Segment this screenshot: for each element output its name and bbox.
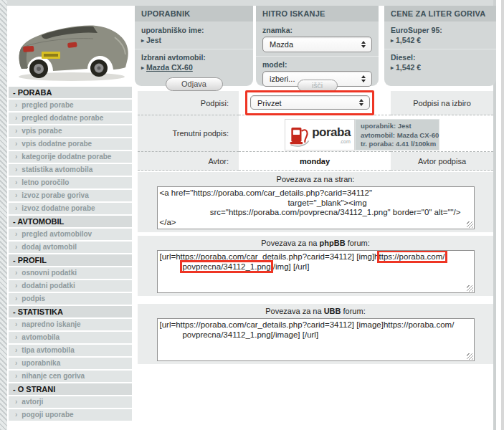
fuel-price-value: ▸1,542 €	[391, 63, 490, 72]
selected-car-link[interactable]: ▸Mazda CX-60	[141, 63, 247, 72]
panel-quick-search-title: HITRO ISKANJE	[256, 6, 379, 22]
top-strip	[7, 0, 496, 6]
chevron-right-icon: ›	[15, 295, 17, 302]
chevron-right-icon: ›	[15, 230, 17, 238]
sidebar-item[interactable]: ›nihanje cen goriva	[9, 371, 132, 382]
username-label: uporabniško ime:	[141, 26, 247, 35]
bullet-icon: ▸	[391, 37, 394, 44]
chevron-right-icon: ›	[15, 269, 17, 277]
chevron-right-icon: ›	[15, 166, 17, 173]
section-heading: Povezava za na UBB forum:	[138, 304, 493, 316]
sidebar-item[interactable]: ›kategorije dodatne porabe	[9, 151, 132, 163]
panel-quick-search: HITRO ISKANJE znamka: Mazda model: izber…	[256, 6, 379, 86]
podpisi-na-izbiro-link[interactable]: Podpisi na izbiro	[391, 91, 493, 115]
chevron-right-icon: ›	[15, 101, 17, 109]
sidebar-item[interactable]: ›statistika avtomobila	[9, 164, 132, 176]
brand-select[interactable]: Mazda	[262, 37, 372, 52]
sidebar-item[interactable]: ›pregled porabe	[9, 100, 132, 111]
sidebar-item[interactable]: ›avtomobila	[9, 332, 132, 343]
chevron-right-icon: ›	[15, 320, 17, 328]
resize-grip-icon[interactable]	[467, 221, 473, 228]
ubb-link-textarea[interactable]: [url=https://poraba.com/car_details.php?…	[157, 318, 475, 361]
chevron-right-icon: ›	[15, 372, 17, 380]
sidebar-item[interactable]: ›vpis dodatne porabe	[9, 138, 132, 150]
heading-text: Povezava za na	[265, 307, 323, 315]
sidebar-item-label: kategorije dodatne porabe	[22, 153, 111, 161]
sidebar-item-label: pogoji uporabe	[22, 411, 73, 419]
code-text: [url=https://poraba.com/car_details.php?…	[160, 252, 379, 261]
heading-text: forum:	[346, 239, 370, 247]
signature-select[interactable]: Privzet	[250, 95, 370, 110]
sidebar-section-header: - STATISTIKA	[9, 306, 132, 317]
site-link-section: Povezava za na stran: <a href="https://p…	[138, 172, 493, 232]
ubb-link-section: Povezava za na UBB forum: [url=https://p…	[138, 304, 493, 364]
left-texture-border	[0, 0, 7, 430]
sidebar-item[interactable]: ›letno poročilo	[9, 177, 132, 188]
resize-grip-icon[interactable]	[467, 353, 473, 360]
author-value: monday	[239, 152, 391, 171]
code-text: </a>	[160, 218, 176, 226]
chevron-right-icon: ›	[15, 178, 17, 186]
resize-grip-icon[interactable]	[467, 285, 473, 292]
sidebar-item[interactable]: ›podpis	[9, 293, 132, 305]
search-submit-button[interactable]: išči	[298, 80, 338, 92]
sidebar-section-header: - O STRANI	[9, 383, 132, 395]
logout-button[interactable]: Odjava	[166, 77, 223, 91]
signature-line: avtomobil: Mazda CX-60	[361, 131, 439, 140]
author-podpisa-link[interactable]: Avtor podpisa	[391, 152, 493, 171]
model-label: model:	[262, 60, 372, 70]
sidebar-item-label: letno poročilo	[22, 178, 69, 186]
sidebar-item[interactable]: ›uporabnika	[9, 358, 132, 369]
sidebar-item[interactable]: ›vpis porabe	[9, 125, 132, 137]
sidebar-item[interactable]: ›izvoz dodatne porabe	[9, 203, 132, 214]
sidebar-item[interactable]: ›pregled dodatne porabe	[9, 113, 132, 124]
bullet-icon: ▸	[141, 37, 144, 44]
signature-preview: poraba .com uporabnik: Jest avtomobil: M…	[285, 119, 439, 150]
chevron-right-icon: ›	[15, 114, 17, 122]
sidebar-item[interactable]: ›pregled avtomobilov	[9, 229, 132, 240]
select-arrows-icon	[361, 75, 366, 82]
chevron-right-icon: ›	[15, 346, 17, 354]
sidebar-item[interactable]: ›izvoz porabe goriva	[9, 190, 132, 201]
sidebar-item-label: izvoz dodatne porabe	[22, 204, 95, 212]
fuel-price-label: Diesel:	[391, 53, 490, 62]
divider	[384, 49, 496, 49]
phpbb-link-textarea[interactable]: [url=https://poraba.com/car_details.php?…	[157, 250, 475, 293]
code-text: povprecna/34112_1.png[/image] [/url]	[160, 330, 319, 339]
sidebar-item[interactable]: ›avtorji	[9, 396, 132, 408]
select-arrows-icon	[359, 99, 363, 106]
current-signature-label: Trenutni podpis:	[138, 115, 239, 152]
sidebar-item[interactable]: ›napredno iskanje	[9, 319, 132, 330]
logo-text: poraba	[312, 126, 351, 138]
signature-line: tr. poraba: 4.41 l/100km	[361, 140, 439, 149]
select-arrows-icon	[361, 41, 366, 48]
bullet-icon: ▸	[391, 64, 394, 71]
sidebar-item-label: nihanje cen goriva	[22, 372, 85, 380]
sidebar-item[interactable]: ›tipa avtomobila	[9, 345, 132, 356]
sidebar-item-label: dodatni podatki	[22, 282, 75, 290]
sidebar-item-label: pregled porabe	[22, 101, 73, 109]
heading-text: forum:	[341, 307, 365, 315]
divider	[256, 56, 379, 57]
chevron-right-icon: ›	[15, 204, 17, 212]
section-heading: Povezava za na phpBB forum:	[138, 236, 493, 248]
site-link-textarea[interactable]: <a href="https://poraba.com/car_details.…	[157, 186, 475, 229]
chevron-right-icon: ›	[15, 411, 17, 419]
sidebar-item[interactable]: ›dodaj avtomobil	[9, 242, 132, 253]
sidebar-item-label: pregled dodatne porabe	[22, 114, 103, 122]
chevron-right-icon: ›	[15, 282, 17, 290]
code-text: [/img] [/url]	[271, 262, 310, 271]
chevron-right-icon: ›	[15, 127, 17, 135]
signature-info: uporabnik: Jest avtomobil: Mazda CX-60 t…	[355, 119, 439, 150]
sidebar-item[interactable]: ›dodatni podatki	[9, 280, 132, 292]
podpisi-label: Podpisi:	[138, 91, 239, 115]
sidebar-item-label: vpis porabe	[22, 127, 62, 135]
chevron-right-icon: ›	[15, 140, 17, 148]
panel-user: UPORABNIK uporabniško ime: ▸Jest Izbrani…	[135, 6, 253, 86]
chevron-right-icon: ›	[15, 333, 17, 341]
sidebar-item[interactable]: ›pogoji uporabe	[9, 409, 132, 421]
fuel-price-value: ▸1,542 €	[391, 36, 490, 45]
section-heading: Povezava za na stran:	[138, 172, 493, 184]
sidebar-item[interactable]: ›osnovni podatki	[9, 267, 132, 279]
car-illustration	[7, 6, 133, 85]
